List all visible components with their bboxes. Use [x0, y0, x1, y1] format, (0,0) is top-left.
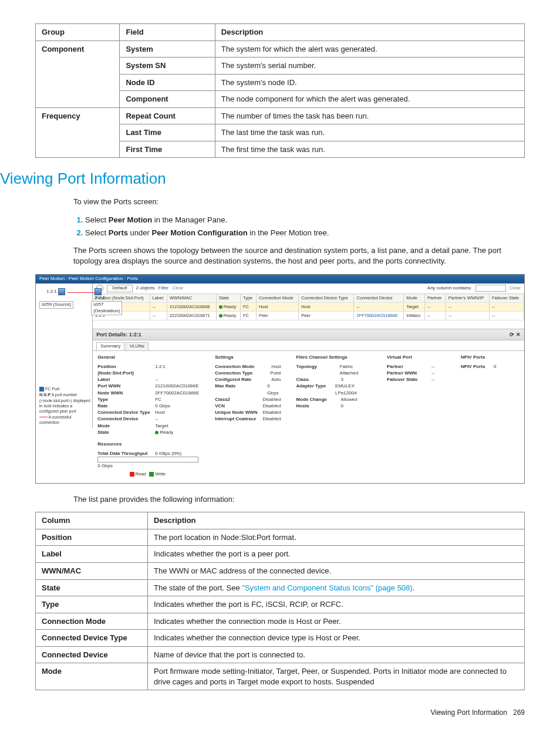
col-name: State [36, 579, 148, 596]
col-desc: The WWN or MAC address of the connected … [148, 562, 525, 579]
col[interactable]: Failover State [489, 294, 524, 303]
window-title: Peer Motion : Peer Motion Configuration … [36, 275, 524, 283]
grid-row[interactable]: 1:2:1--21210002AC01866E Ready FCHostHost… [93, 302, 524, 311]
cell-desc: The system for which the alert was gener… [215, 40, 524, 58]
filter-link[interactable]: Filter [158, 285, 169, 292]
detail-header: Port Details: 1:2:1⟳ ✕ [93, 329, 524, 340]
cell-group-component: Component [36, 40, 120, 107]
col-name: Label [36, 546, 148, 563]
col[interactable]: WWN/MAC [167, 294, 216, 303]
object-count: 2 objects [136, 285, 155, 292]
col-name: Type [36, 596, 148, 613]
detail-body: General Position (Node:Slot:Port)1:2:1 L… [93, 350, 524, 483]
col[interactable]: Partner [424, 294, 446, 303]
legend-write: Write [146, 471, 165, 477]
cell-field: System [120, 40, 215, 58]
filter-input[interactable] [475, 285, 506, 292]
steps-list: Select Peer Motion in the Manager Pane. … [73, 215, 525, 238]
resources-block: Resources Total Data Throughput0 KBps (0… [97, 441, 200, 477]
footer-page: 269 [513, 708, 525, 717]
ports-screenshot: Peer Motion : Peer Motion Configuration … [35, 274, 525, 484]
npiv-col: NPIV Ports NPIV Ports0 [461, 355, 519, 477]
col[interactable]: Connection Mode [256, 294, 298, 303]
col-desc: Indicates whether the connection device … [148, 630, 525, 647]
cell-desc: The number of times the task has been ru… [215, 107, 524, 124]
throughput-bar [97, 457, 198, 463]
status-dot-icon [219, 305, 222, 309]
col[interactable]: Partner's WWN/IP [446, 294, 489, 303]
section-title: Viewing Port Information [0, 168, 525, 189]
legend-line-icon [39, 417, 48, 417]
col-name: Position [36, 529, 148, 546]
col-desc: Indicates whether the connection mode is… [148, 613, 525, 630]
col-name: Mode [36, 663, 148, 690]
settings-col: Settings Connection ModeHost Connection … [215, 355, 281, 477]
cell-group-frequency: Frequency [36, 107, 120, 158]
col-desc: The state of the port. See "System and C… [148, 579, 525, 596]
view-select[interactable]: Default [107, 285, 132, 292]
clear-link-2[interactable]: Clear [510, 285, 521, 292]
cell-field: Component [120, 91, 215, 108]
col-desc: Port firmware mode setting-Initiator, Ta… [148, 663, 525, 690]
system-box[interactable]: s059 (Source) [39, 301, 73, 309]
list-intro: The list pane provides the following inf… [73, 494, 525, 505]
fc-settings-col: Fibre Channel Settings TopologyFabric At… [296, 355, 372, 477]
link-status-icons[interactable]: "System and Component Status Icons" (pag… [242, 583, 412, 592]
col-name: Connected Device [36, 646, 148, 663]
footer-title: Viewing Port Information [430, 708, 507, 717]
cell-field: Repeat Count [120, 107, 215, 124]
cell-desc: The last time the task was run. [215, 124, 524, 141]
cell-field: System SN [120, 58, 215, 75]
col[interactable]: Connected Device [354, 294, 404, 303]
col[interactable]: Connected Device Type [299, 294, 354, 303]
tab-vluns[interactable]: VLUNs [126, 342, 149, 350]
col-name: Connection Mode [36, 613, 148, 630]
cell-desc: The first time the task was run. [215, 141, 524, 158]
status-dot-icon [219, 314, 222, 318]
col-desc: Name of device that the port is connecte… [148, 646, 525, 663]
step-2: Select Ports under Peer Motion Configura… [85, 228, 525, 238]
page-footer: Viewing Port Information 269 [35, 708, 525, 717]
th-group: Group [36, 24, 120, 41]
port-label: 1:2:1 [46, 289, 57, 294]
legend-nsp: N:S:P [39, 393, 50, 397]
table-group-field-desc: Group Field Description Component System… [35, 23, 525, 158]
col[interactable]: State [216, 294, 240, 303]
system-box[interactable]: s057 (Destination) [91, 301, 122, 315]
general-col: General Position (Node:Slot:Port)1:2:1 L… [97, 355, 200, 477]
status-dot-icon [155, 431, 158, 434]
detail-tabs: Summary VLUNs [93, 340, 524, 350]
clear-link[interactable]: Clear [172, 285, 183, 292]
grid-row[interactable]: 2:2:1--22210002AC018671 Ready FCPeerPeer… [93, 312, 524, 320]
col-desc: Indicates whether the port is a peer por… [148, 546, 525, 563]
any-column-label: Any column contains: [427, 285, 472, 292]
table-column-desc: Column Description PositionThe port loca… [35, 512, 525, 690]
cell-field: Node ID [120, 74, 215, 91]
topology-pane: 1:2:1 2:2:1 s059 (Source) s057 (Destinat… [36, 283, 93, 428]
cell-desc: The system's serial number. [215, 58, 524, 75]
port-icon [95, 288, 102, 295]
col-name: WWN/MAC [36, 562, 148, 579]
legend-read: Read [130, 471, 146, 477]
port-icon [58, 288, 65, 295]
step-1: Select Peer Motion in the Manager Pane. [85, 215, 525, 225]
connection-line [68, 292, 95, 293]
th-column: Column [36, 512, 148, 529]
th-desc: Description [148, 512, 525, 529]
col-desc: Indicates whether the port is FC, iSCSI,… [148, 596, 525, 613]
list-toolbar: Default 2 objects Filter Clear Any colum… [93, 283, 524, 294]
legend: FC Port: N:S:P A port number (<node:slot… [39, 386, 92, 426]
legend-square-icon [39, 387, 44, 391]
th-desc: Description [215, 24, 524, 41]
ports-grid: Position (Node:Slot:Port) Label WWN/MAC … [93, 294, 524, 320]
tab-summary[interactable]: Summary [96, 342, 124, 350]
cell-field: Last Time [120, 124, 215, 141]
col[interactable]: Type [240, 294, 256, 303]
col[interactable]: Label [150, 294, 167, 303]
virtual-port-col: Virtual Port Partner-- Partner WWN-- Fai… [387, 355, 446, 477]
intro-text: To view the Ports screen: [73, 197, 525, 207]
cell-desc: The system's node ID. [215, 74, 524, 91]
port-label: 2:2:1 [95, 295, 105, 301]
col[interactable]: Mode [404, 294, 425, 303]
col-name: Connected Device Type [36, 630, 148, 647]
